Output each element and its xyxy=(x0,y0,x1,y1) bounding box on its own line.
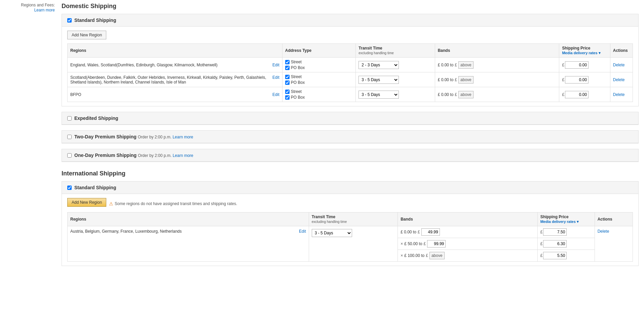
intl-price-input[interactable] xyxy=(543,240,567,248)
domestic-region-cell: BFPO Edit xyxy=(68,87,282,102)
domestic-edit-link[interactable]: Edit xyxy=(272,63,279,67)
band-from-label: £ 0.00 to xyxy=(438,92,454,97)
intl-price-input[interactable] xyxy=(543,228,567,236)
domestic-delete-link[interactable]: Delete xyxy=(613,63,625,67)
pobox-checkbox-label[interactable]: PO Box xyxy=(285,80,353,85)
domestic-transit-select[interactable]: 2 - 3 Days3 - 5 Days5 - 8 Days8 - 13 Day… xyxy=(358,91,399,99)
domestic-twoday-label[interactable]: Two-Day Premium Shipping Order by 2:00 p… xyxy=(74,134,193,139)
domestic-edit-link[interactable]: Edit xyxy=(272,92,279,97)
band-currency: £ xyxy=(424,241,426,246)
th-regions: Regions xyxy=(68,44,282,58)
domestic-edit-link[interactable]: Edit xyxy=(272,75,279,80)
pobox-checkbox[interactable] xyxy=(285,95,290,100)
domestic-transit-select[interactable]: 2 - 3 Days3 - 5 Days5 - 8 Days8 - 13 Day… xyxy=(358,61,399,69)
domestic-standard-checkbox[interactable] xyxy=(67,18,72,23)
domestic-oneday-checkbox[interactable] xyxy=(67,153,72,158)
sidebar-learn-more-link[interactable]: Learn more xyxy=(34,8,55,12)
domestic-expedited-checkbox[interactable] xyxy=(67,116,72,121)
th-bands: Bands xyxy=(435,44,559,58)
intl-price-cell: £ xyxy=(537,250,595,262)
domestic-standard-label[interactable]: Standard Shipping xyxy=(74,18,116,23)
intl-edit-link[interactable]: Edit xyxy=(299,229,306,234)
pobox-checkbox-label[interactable]: PO Box xyxy=(285,65,353,70)
price-input[interactable] xyxy=(565,91,589,98)
domestic-expedited-header: Expedited Shipping xyxy=(62,112,638,125)
intl-delete-link[interactable]: Delete xyxy=(598,229,609,234)
price-currency-label: £ xyxy=(540,241,543,246)
band-from-label: £ 100.00 to xyxy=(404,253,424,258)
intl-bands-cell: × £ 100.00 to £ above xyxy=(398,250,538,262)
domestic-region-cell: Scotland(Aberdeen, Dundee, Falkirk, Oute… xyxy=(68,72,282,87)
intl-price-cell: £ xyxy=(537,226,595,238)
street-checkbox[interactable] xyxy=(285,75,290,79)
domestic-expedited-label[interactable]: Expedited Shipping xyxy=(74,116,118,121)
price-currency-label: £ xyxy=(562,77,564,82)
intl-bands-cell: × £ 50.00 to £ xyxy=(398,238,538,250)
domestic-actions-cell: Delete xyxy=(610,72,633,87)
intl-th-regions: Regions xyxy=(68,212,309,226)
international-title: International Shipping xyxy=(62,170,639,177)
domestic-expedited-section: Expedited Shipping xyxy=(62,112,639,125)
street-checkbox[interactable] xyxy=(285,90,290,94)
domestic-standard-section: Standard Shipping Add New Region Regions… xyxy=(62,14,639,106)
domestic-table-row: England, Wales, Scotland(Dumfries, Edinb… xyxy=(68,58,633,72)
street-checkbox-label[interactable]: Street xyxy=(285,74,353,79)
intl-add-region-row: Add New Region ⚠ Some regions do not hav… xyxy=(67,198,633,209)
th-actions: Actions xyxy=(610,44,633,58)
intl-bands-cell: £ 0.00 to £ xyxy=(398,226,538,238)
domestic-address-cell: Street PO Box xyxy=(282,72,356,87)
intl-transit-select[interactable]: 2 - 3 Days3 - 5 Days5 - 8 Days8 - 13 Day… xyxy=(312,229,352,237)
band-to-input[interactable] xyxy=(427,240,446,248)
domestic-transit-cell: 2 - 3 Days3 - 5 Days5 - 8 Days8 - 13 Day… xyxy=(356,58,435,72)
international-standard-label[interactable]: Standard Shipping xyxy=(74,185,116,190)
price-input[interactable] xyxy=(565,76,589,84)
international-standard-checkbox[interactable] xyxy=(67,186,72,190)
international-standard-body: Add New Region ⚠ Some regions do not hav… xyxy=(62,194,638,266)
street-checkbox-label[interactable]: Street xyxy=(285,60,353,64)
band-from-label: £ 0.00 to xyxy=(438,77,454,82)
street-checkbox[interactable] xyxy=(285,60,290,64)
intl-th-bands: Bands xyxy=(398,212,538,226)
media-delivery-rates-link-intl[interactable]: Media delivery rates ▾ xyxy=(540,220,579,224)
intl-region-text: Austria, Belgium, Germany, France, Luxem… xyxy=(70,229,296,234)
warning-icon: ⚠ xyxy=(109,201,113,206)
domestic-price-cell: £ xyxy=(559,58,610,72)
international-add-region-button[interactable]: Add New Region xyxy=(67,198,106,207)
domestic-standard-header: Standard Shipping xyxy=(62,14,638,27)
band-above-label: above xyxy=(458,76,473,84)
band-from-label: £ 0.00 to xyxy=(438,63,454,67)
th-transit: Transit Time excluding handling time xyxy=(356,44,435,58)
domestic-twoday-header: Two-Day Premium Shipping Order by 2:00 p… xyxy=(62,131,638,143)
band-currency: £ xyxy=(418,230,420,234)
domestic-delete-link[interactable]: Delete xyxy=(613,92,625,97)
th-price: Shipping Price Media delivery rates ▾ xyxy=(559,44,610,58)
sidebar-label: Regions and Fees: xyxy=(4,3,55,7)
domestic-region-text: England, Wales, Scotland(Dumfries, Edinb… xyxy=(70,63,270,67)
domestic-transit-select[interactable]: 2 - 3 Days3 - 5 Days5 - 8 Days8 - 13 Day… xyxy=(358,76,399,84)
domestic-standard-body: Add New Region Regions Address Type Tran… xyxy=(62,27,638,106)
pobox-checkbox[interactable] xyxy=(285,80,290,85)
intl-th-transit: Transit Time excluding handling time xyxy=(309,212,397,226)
twoday-learn-more-link[interactable]: Learn more xyxy=(173,135,193,139)
domestic-region-text: BFPO xyxy=(70,92,270,97)
price-input[interactable] xyxy=(565,61,589,69)
price-currency-label: £ xyxy=(562,63,564,67)
international-standard-section: Standard Shipping Add New Region ⚠ Some … xyxy=(62,181,639,266)
domestic-bands-cell: £ 0.00 to £ above xyxy=(435,72,559,87)
intl-th-actions: Actions xyxy=(595,212,633,226)
domestic-regions-table: Regions Address Type Transit Time exclud… xyxy=(67,43,633,102)
pobox-checkbox[interactable] xyxy=(285,66,290,70)
intl-region-cell: Austria, Belgium, Germany, France, Luxem… xyxy=(68,226,309,262)
domestic-delete-link[interactable]: Delete xyxy=(613,77,625,82)
street-checkbox-label[interactable]: Street xyxy=(285,89,353,94)
band-to-input[interactable] xyxy=(421,228,440,236)
domestic-bands-cell: £ 0.00 to £ above xyxy=(435,87,559,102)
domestic-twoday-checkbox[interactable] xyxy=(67,135,72,139)
pobox-checkbox-label[interactable]: PO Box xyxy=(285,95,353,100)
media-delivery-rates-link-dom[interactable]: Media delivery rates ▾ xyxy=(562,51,600,55)
band-currency: £ xyxy=(426,253,428,258)
oneday-learn-more-link[interactable]: Learn more xyxy=(173,153,193,158)
domestic-oneday-label[interactable]: One-Day Premium Shipping Order by 2:00 p… xyxy=(74,153,193,158)
domestic-add-region-button[interactable]: Add New Region xyxy=(67,31,106,39)
intl-price-input[interactable] xyxy=(543,252,567,259)
